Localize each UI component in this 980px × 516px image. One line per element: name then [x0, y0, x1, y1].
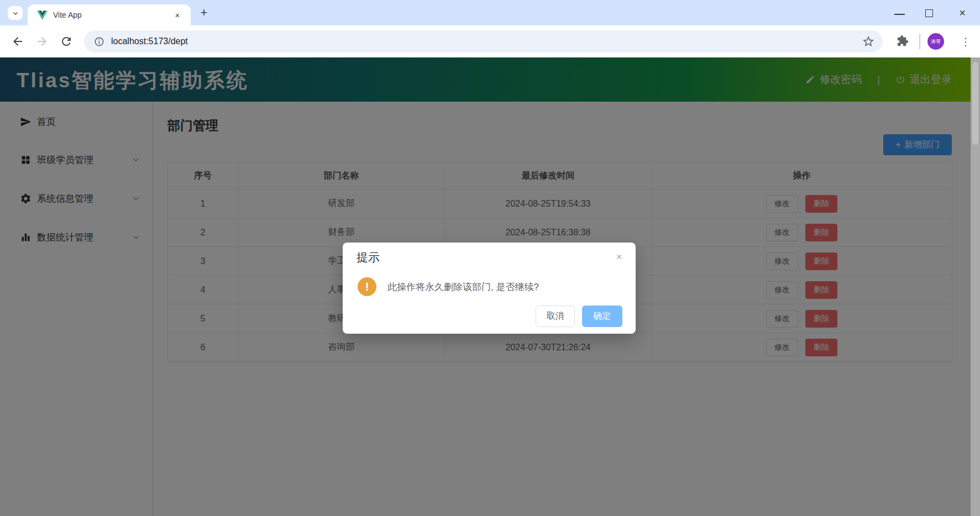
tab-close-icon[interactable]: × [172, 9, 183, 20]
tab-strip: Vite App × + × [0, 0, 980, 25]
cancel-button[interactable]: 取消 [536, 306, 575, 327]
page-scrollbar[interactable] [971, 57, 980, 516]
new-tab-button[interactable]: + [197, 6, 211, 20]
chevron-down-icon [12, 10, 19, 17]
browser-toolbar: localhost:5173/dept 涛哥 ⋮ [0, 25, 980, 57]
profile-avatar[interactable]: 涛哥 [927, 33, 944, 50]
dialog-title: 提示 [357, 250, 380, 265]
bookmark-star-icon[interactable] [862, 35, 875, 48]
confirm-dialog: 提示 × ! 此操作将永久删除该部门, 是否继续? 取消 确定 [343, 243, 636, 334]
browser-menu-icon[interactable]: ⋮ [960, 33, 972, 50]
browser-window: Vite App × + × localhost:5173/dept 涛哥 ⋮ … [0, 0, 980, 516]
window-maximize-button[interactable] [925, 9, 933, 17]
reload-icon[interactable] [60, 35, 73, 48]
url-text[interactable]: localhost:5173/dept [111, 36, 188, 46]
window-close-button[interactable]: × [956, 6, 969, 19]
vue-logo-icon [37, 10, 48, 20]
back-icon[interactable] [11, 35, 24, 48]
confirm-button[interactable]: 确定 [582, 306, 622, 327]
dialog-close-icon[interactable]: × [612, 250, 626, 264]
window-minimize-button[interactable] [894, 14, 905, 15]
toolbar-separator [919, 34, 920, 49]
extensions-icon[interactable] [897, 35, 909, 47]
tab-title: Vite App [53, 10, 82, 19]
scrollbar-thumb[interactable] [972, 62, 978, 145]
tab-search-button[interactable] [8, 6, 23, 20]
forward-icon[interactable] [35, 35, 49, 48]
browser-tab[interactable]: Vite App × [28, 4, 191, 25]
dialog-message: 此操作将永久删除该部门, 是否继续? [387, 281, 539, 293]
warning-icon: ! [358, 277, 376, 296]
address-bar[interactable]: localhost:5173/dept [84, 30, 883, 52]
site-info-icon[interactable] [94, 36, 104, 47]
